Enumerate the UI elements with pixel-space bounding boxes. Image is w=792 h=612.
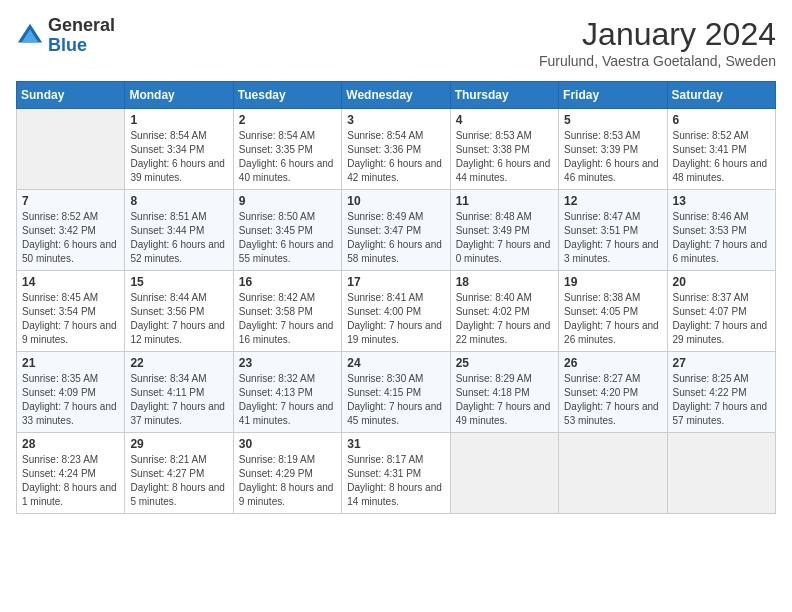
day-number: 27 [673, 356, 770, 370]
calendar-cell: 15Sunrise: 8:44 AMSunset: 3:56 PMDayligh… [125, 271, 233, 352]
day-info: Sunrise: 8:42 AMSunset: 3:58 PMDaylight:… [239, 291, 336, 347]
calendar-cell [667, 433, 775, 514]
day-info: Sunrise: 8:52 AMSunset: 3:42 PMDaylight:… [22, 210, 119, 266]
title-block: January 2024 Furulund, Vaestra Goetaland… [539, 16, 776, 69]
calendar-cell: 26Sunrise: 8:27 AMSunset: 4:20 PMDayligh… [559, 352, 667, 433]
week-row-5: 28Sunrise: 8:23 AMSunset: 4:24 PMDayligh… [17, 433, 776, 514]
day-info: Sunrise: 8:29 AMSunset: 4:18 PMDaylight:… [456, 372, 553, 428]
day-number: 9 [239, 194, 336, 208]
day-number: 22 [130, 356, 227, 370]
header-friday: Friday [559, 82, 667, 109]
calendar-cell: 2Sunrise: 8:54 AMSunset: 3:35 PMDaylight… [233, 109, 341, 190]
day-number: 6 [673, 113, 770, 127]
calendar-cell: 27Sunrise: 8:25 AMSunset: 4:22 PMDayligh… [667, 352, 775, 433]
day-info: Sunrise: 8:44 AMSunset: 3:56 PMDaylight:… [130, 291, 227, 347]
day-number: 7 [22, 194, 119, 208]
day-number: 16 [239, 275, 336, 289]
page-header: General Blue January 2024 Furulund, Vaes… [16, 16, 776, 69]
day-number: 30 [239, 437, 336, 451]
day-number: 19 [564, 275, 661, 289]
day-number: 5 [564, 113, 661, 127]
day-number: 12 [564, 194, 661, 208]
day-info: Sunrise: 8:53 AMSunset: 3:39 PMDaylight:… [564, 129, 661, 185]
calendar-cell: 24Sunrise: 8:30 AMSunset: 4:15 PMDayligh… [342, 352, 450, 433]
day-info: Sunrise: 8:48 AMSunset: 3:49 PMDaylight:… [456, 210, 553, 266]
day-number: 21 [22, 356, 119, 370]
day-number: 28 [22, 437, 119, 451]
day-number: 23 [239, 356, 336, 370]
calendar-cell: 4Sunrise: 8:53 AMSunset: 3:38 PMDaylight… [450, 109, 558, 190]
day-number: 31 [347, 437, 444, 451]
calendar-cell: 13Sunrise: 8:46 AMSunset: 3:53 PMDayligh… [667, 190, 775, 271]
calendar-cell [17, 109, 125, 190]
week-row-2: 7Sunrise: 8:52 AMSunset: 3:42 PMDaylight… [17, 190, 776, 271]
header-tuesday: Tuesday [233, 82, 341, 109]
day-info: Sunrise: 8:47 AMSunset: 3:51 PMDaylight:… [564, 210, 661, 266]
day-info: Sunrise: 8:32 AMSunset: 4:13 PMDaylight:… [239, 372, 336, 428]
day-number: 20 [673, 275, 770, 289]
calendar-table: SundayMondayTuesdayWednesdayThursdayFrid… [16, 81, 776, 514]
header-wednesday: Wednesday [342, 82, 450, 109]
calendar-cell: 21Sunrise: 8:35 AMSunset: 4:09 PMDayligh… [17, 352, 125, 433]
day-number: 4 [456, 113, 553, 127]
calendar-cell: 9Sunrise: 8:50 AMSunset: 3:45 PMDaylight… [233, 190, 341, 271]
calendar-cell: 25Sunrise: 8:29 AMSunset: 4:18 PMDayligh… [450, 352, 558, 433]
calendar-cell: 6Sunrise: 8:52 AMSunset: 3:41 PMDaylight… [667, 109, 775, 190]
calendar-cell: 18Sunrise: 8:40 AMSunset: 4:02 PMDayligh… [450, 271, 558, 352]
day-info: Sunrise: 8:30 AMSunset: 4:15 PMDaylight:… [347, 372, 444, 428]
location-subtitle: Furulund, Vaestra Goetaland, Sweden [539, 53, 776, 69]
day-number: 26 [564, 356, 661, 370]
day-info: Sunrise: 8:19 AMSunset: 4:29 PMDaylight:… [239, 453, 336, 509]
day-number: 1 [130, 113, 227, 127]
day-number: 2 [239, 113, 336, 127]
day-number: 25 [456, 356, 553, 370]
day-info: Sunrise: 8:54 AMSunset: 3:34 PMDaylight:… [130, 129, 227, 185]
calendar-cell: 20Sunrise: 8:37 AMSunset: 4:07 PMDayligh… [667, 271, 775, 352]
day-info: Sunrise: 8:51 AMSunset: 3:44 PMDaylight:… [130, 210, 227, 266]
week-row-4: 21Sunrise: 8:35 AMSunset: 4:09 PMDayligh… [17, 352, 776, 433]
day-number: 29 [130, 437, 227, 451]
logo-general-text: General [48, 16, 115, 36]
calendar-cell [559, 433, 667, 514]
calendar-cell: 1Sunrise: 8:54 AMSunset: 3:34 PMDaylight… [125, 109, 233, 190]
day-info: Sunrise: 8:17 AMSunset: 4:31 PMDaylight:… [347, 453, 444, 509]
day-number: 14 [22, 275, 119, 289]
calendar-cell [450, 433, 558, 514]
day-info: Sunrise: 8:46 AMSunset: 3:53 PMDaylight:… [673, 210, 770, 266]
logo-blue-text: Blue [48, 36, 115, 56]
month-title: January 2024 [539, 16, 776, 53]
day-number: 8 [130, 194, 227, 208]
day-number: 10 [347, 194, 444, 208]
day-info: Sunrise: 8:52 AMSunset: 3:41 PMDaylight:… [673, 129, 770, 185]
day-info: Sunrise: 8:53 AMSunset: 3:38 PMDaylight:… [456, 129, 553, 185]
calendar-cell: 22Sunrise: 8:34 AMSunset: 4:11 PMDayligh… [125, 352, 233, 433]
calendar-cell: 16Sunrise: 8:42 AMSunset: 3:58 PMDayligh… [233, 271, 341, 352]
day-info: Sunrise: 8:38 AMSunset: 4:05 PMDaylight:… [564, 291, 661, 347]
day-number: 11 [456, 194, 553, 208]
day-info: Sunrise: 8:23 AMSunset: 4:24 PMDaylight:… [22, 453, 119, 509]
day-info: Sunrise: 8:41 AMSunset: 4:00 PMDaylight:… [347, 291, 444, 347]
calendar-cell: 30Sunrise: 8:19 AMSunset: 4:29 PMDayligh… [233, 433, 341, 514]
day-number: 17 [347, 275, 444, 289]
day-number: 24 [347, 356, 444, 370]
day-info: Sunrise: 8:34 AMSunset: 4:11 PMDaylight:… [130, 372, 227, 428]
calendar-cell: 31Sunrise: 8:17 AMSunset: 4:31 PMDayligh… [342, 433, 450, 514]
header-thursday: Thursday [450, 82, 558, 109]
day-info: Sunrise: 8:54 AMSunset: 3:36 PMDaylight:… [347, 129, 444, 185]
day-info: Sunrise: 8:49 AMSunset: 3:47 PMDaylight:… [347, 210, 444, 266]
day-number: 13 [673, 194, 770, 208]
calendar-cell: 14Sunrise: 8:45 AMSunset: 3:54 PMDayligh… [17, 271, 125, 352]
header-sunday: Sunday [17, 82, 125, 109]
calendar-cell: 17Sunrise: 8:41 AMSunset: 4:00 PMDayligh… [342, 271, 450, 352]
calendar-cell: 8Sunrise: 8:51 AMSunset: 3:44 PMDaylight… [125, 190, 233, 271]
day-info: Sunrise: 8:45 AMSunset: 3:54 PMDaylight:… [22, 291, 119, 347]
calendar-cell: 12Sunrise: 8:47 AMSunset: 3:51 PMDayligh… [559, 190, 667, 271]
day-info: Sunrise: 8:25 AMSunset: 4:22 PMDaylight:… [673, 372, 770, 428]
calendar-cell: 7Sunrise: 8:52 AMSunset: 3:42 PMDaylight… [17, 190, 125, 271]
logo-icon [16, 22, 44, 50]
calendar-cell: 3Sunrise: 8:54 AMSunset: 3:36 PMDaylight… [342, 109, 450, 190]
day-number: 15 [130, 275, 227, 289]
day-info: Sunrise: 8:40 AMSunset: 4:02 PMDaylight:… [456, 291, 553, 347]
calendar-cell: 10Sunrise: 8:49 AMSunset: 3:47 PMDayligh… [342, 190, 450, 271]
day-info: Sunrise: 8:27 AMSunset: 4:20 PMDaylight:… [564, 372, 661, 428]
